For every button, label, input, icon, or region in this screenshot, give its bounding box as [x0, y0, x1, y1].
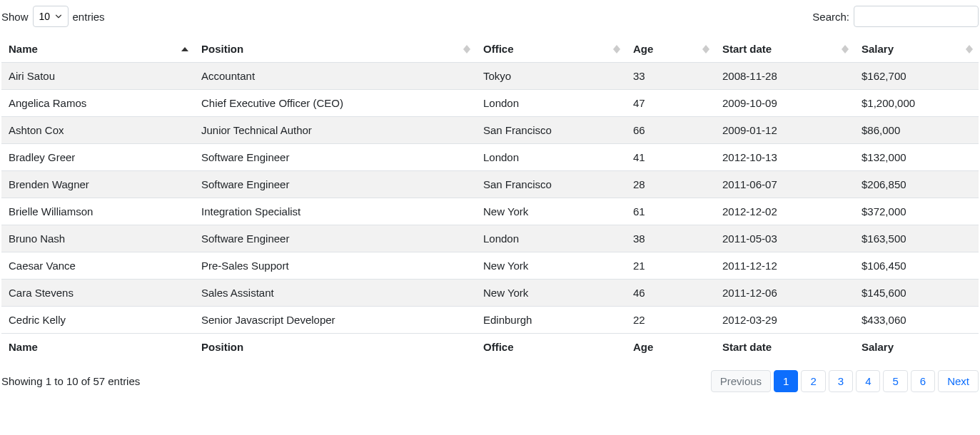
cell-start_date: 2009-10-09	[715, 90, 854, 117]
cell-name: Bradley Greer	[1, 144, 194, 171]
cell-age: 61	[626, 198, 715, 225]
table-row: Cedric KellySenior Javascript DeveloperE…	[1, 307, 979, 334]
table-row: Cara StevensSales AssistantNew York46201…	[1, 280, 979, 307]
cell-start_date: 2011-05-03	[715, 225, 854, 252]
column-header-office[interactable]: Office	[476, 36, 626, 63]
data-table: NamePositionOfficeAgeStart dateSalary Ai…	[1, 36, 979, 360]
cell-name: Angelica Ramos	[1, 90, 194, 117]
cell-age: 46	[626, 280, 715, 307]
cell-name: Brenden Wagner	[1, 171, 194, 198]
table-row: Ashton CoxJunior Technical AuthorSan Fra…	[1, 117, 979, 144]
search-input[interactable]	[854, 6, 979, 27]
cell-office: San Francisco	[476, 171, 626, 198]
cell-age: 66	[626, 117, 715, 144]
cell-office: San Francisco	[476, 117, 626, 144]
cell-start_date: 2011-12-06	[715, 280, 854, 307]
cell-age: 47	[626, 90, 715, 117]
column-header-salary[interactable]: Salary	[854, 36, 979, 63]
cell-office: New York	[476, 198, 626, 225]
cell-age: 28	[626, 171, 715, 198]
cell-position: Software Engineer	[194, 144, 476, 171]
cell-age: 38	[626, 225, 715, 252]
table-row: Bradley GreerSoftware EngineerLondon4120…	[1, 144, 979, 171]
cell-salary: $163,500	[854, 225, 979, 252]
cell-start_date: 2011-06-07	[715, 171, 854, 198]
column-header-age[interactable]: Age	[626, 36, 715, 63]
column-header-name[interactable]: Name	[1, 36, 194, 63]
cell-position: Software Engineer	[194, 171, 476, 198]
cell-position: Software Engineer	[194, 225, 476, 252]
cell-age: 33	[626, 63, 715, 90]
cell-name: Cara Stevens	[1, 280, 194, 307]
cell-name: Caesar Vance	[1, 252, 194, 280]
cell-start_date: 2012-10-13	[715, 144, 854, 171]
cell-name: Brielle Williamson	[1, 198, 194, 225]
previous-button: Previous	[711, 370, 771, 392]
sort-icon	[966, 45, 973, 53]
sort-icon	[613, 45, 620, 53]
cell-salary: $86,000	[854, 117, 979, 144]
cell-position: Sales Assistant	[194, 280, 476, 307]
page-button-1[interactable]: 1	[774, 370, 798, 392]
cell-salary: $206,850	[854, 171, 979, 198]
table-info: Showing 1 to 10 of 57 entries	[1, 375, 140, 387]
cell-office: Edinburgh	[476, 307, 626, 334]
cell-position: Pre-Sales Support	[194, 252, 476, 280]
cell-age: 22	[626, 307, 715, 334]
cell-salary: $433,060	[854, 307, 979, 334]
cell-name: Bruno Nash	[1, 225, 194, 252]
column-header-label: Age	[633, 43, 653, 55]
page-button-3[interactable]: 3	[829, 370, 853, 392]
column-header-label: Name	[9, 43, 38, 55]
sort-icon	[181, 47, 188, 51]
column-footer-name: Name	[1, 334, 194, 361]
search-label: Search:	[812, 11, 849, 23]
cell-position: Senior Javascript Developer	[194, 307, 476, 334]
cell-salary: $106,450	[854, 252, 979, 280]
cell-office: Tokyo	[476, 63, 626, 90]
svg-marker-10	[966, 49, 973, 53]
cell-start_date: 2008-11-28	[715, 63, 854, 90]
cell-position: Integration Specialist	[194, 198, 476, 225]
cell-salary: $132,000	[854, 144, 979, 171]
svg-marker-2	[463, 49, 470, 53]
search-control: Search:	[812, 6, 979, 27]
cell-age: 41	[626, 144, 715, 171]
cell-salary: $145,600	[854, 280, 979, 307]
cell-office: London	[476, 144, 626, 171]
column-header-start_date[interactable]: Start date	[715, 36, 854, 63]
column-footer-office: Office	[476, 334, 626, 361]
entries-label: entries	[73, 11, 105, 23]
svg-marker-8	[842, 49, 849, 53]
page-button-4[interactable]: 4	[856, 370, 880, 392]
cell-salary: $1,200,000	[854, 90, 979, 117]
column-header-label: Position	[201, 43, 243, 55]
table-row: Caesar VancePre-Sales SupportNew York212…	[1, 252, 979, 280]
cell-office: London	[476, 225, 626, 252]
cell-name: Cedric Kelly	[1, 307, 194, 334]
svg-marker-0	[181, 47, 188, 51]
cell-position: Junior Technical Author	[194, 117, 476, 144]
table-row: Brenden WagnerSoftware EngineerSan Franc…	[1, 171, 979, 198]
cell-office: New York	[476, 252, 626, 280]
page-button-6[interactable]: 6	[911, 370, 935, 392]
cell-start_date: 2012-03-29	[715, 307, 854, 334]
sort-icon	[702, 45, 709, 53]
cell-salary: $372,000	[854, 198, 979, 225]
column-footer-age: Age	[626, 334, 715, 361]
cell-name: Airi Satou	[1, 63, 194, 90]
sort-icon	[842, 45, 849, 53]
column-header-label: Salary	[862, 43, 894, 55]
column-footer-start_date: Start date	[715, 334, 854, 361]
length-select[interactable]: 10	[33, 6, 69, 27]
column-header-position[interactable]: Position	[194, 36, 476, 63]
cell-office: London	[476, 90, 626, 117]
next-button[interactable]: Next	[938, 370, 979, 392]
table-row: Brielle WilliamsonIntegration Specialist…	[1, 198, 979, 225]
page-button-5[interactable]: 5	[883, 370, 907, 392]
column-header-label: Office	[483, 43, 514, 55]
page-button-2[interactable]: 2	[801, 370, 825, 392]
sort-icon	[463, 45, 470, 53]
table-row: Angelica RamosChief Executive Officer (C…	[1, 90, 979, 117]
cell-office: New York	[476, 280, 626, 307]
